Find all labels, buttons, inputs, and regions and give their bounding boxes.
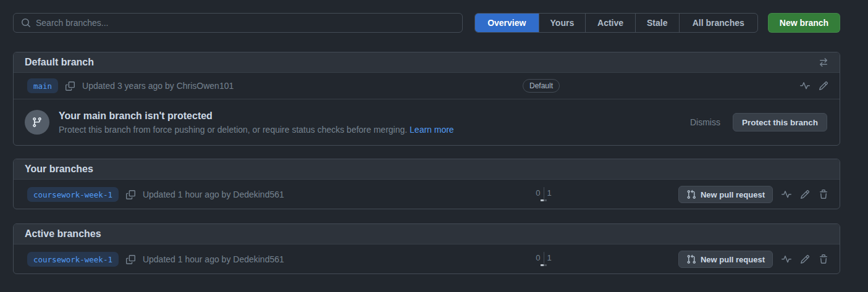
behind-count: 0	[533, 253, 544, 262]
new-pull-request-button[interactable]: New pull request	[678, 251, 773, 268]
notice-description-text: Protect this branch from force pushing o…	[59, 125, 407, 135]
git-pull-request-icon	[686, 190, 696, 199]
copy-icon	[65, 81, 75, 91]
search-box[interactable]	[13, 13, 463, 33]
rename-branch-button[interactable]	[800, 190, 810, 199]
trash-icon	[819, 190, 828, 199]
search-icon	[21, 18, 31, 28]
branch-row: coursework-week-1 Updated 1 hour ago by …	[14, 180, 840, 209]
git-branch-icon	[32, 117, 43, 128]
delete-branch-button[interactable]	[819, 190, 828, 199]
ahead-count: 1	[544, 253, 555, 262]
trash-icon	[819, 254, 828, 264]
default-branch-row: main Updated 3 years ago by ChrisOwen101…	[14, 73, 840, 99]
search-input[interactable]	[36, 18, 455, 28]
rename-branch-button[interactable]	[800, 254, 810, 264]
tab-yours[interactable]: Yours	[539, 14, 586, 32]
new-pull-request-label: New pull request	[701, 255, 765, 264]
branch-link-coursework-week-1[interactable]: coursework-week-1	[27, 187, 119, 202]
tab-active[interactable]: Active	[585, 14, 635, 32]
pulse-icon	[800, 81, 810, 91]
copy-branch-name-button[interactable]	[126, 255, 135, 264]
pencil-icon	[800, 190, 810, 199]
copy-branch-name-button[interactable]	[126, 190, 135, 199]
pencil-icon	[819, 81, 828, 91]
branch-meta: Updated 3 years ago by ChrisOwen101	[82, 81, 234, 91]
default-branch-header: Default branch	[14, 52, 840, 73]
ahead-count: 1	[544, 188, 555, 198]
notice-title: Your main branch isn't protected	[59, 111, 454, 122]
branch-link-main[interactable]: main	[27, 78, 58, 93]
new-pull-request-button[interactable]: New pull request	[678, 186, 773, 203]
branch-meta: Updated 1 hour ago by Dedekind561	[143, 254, 284, 264]
rename-branch-button[interactable]	[819, 81, 828, 91]
branch-activity-button[interactable]	[800, 81, 810, 91]
pulse-icon	[782, 190, 791, 199]
ahead-bar	[544, 264, 547, 266]
copy-icon	[126, 255, 135, 264]
ahead-behind-counter: 0 1	[530, 252, 557, 266]
branch-activity-button[interactable]	[782, 254, 791, 264]
default-branch-card: Default branch main Updated 3 years ago …	[13, 52, 840, 146]
branch-protection-avatar	[25, 110, 49, 135]
delete-branch-button[interactable]	[819, 254, 828, 264]
active-branches-card: Active branches coursework-week-1 Update…	[13, 223, 840, 274]
copy-icon	[126, 190, 135, 199]
git-pull-request-icon	[686, 254, 696, 264]
change-default-branch-button[interactable]	[819, 57, 828, 67]
branch-row: coursework-week-1 Updated 1 hour ago by …	[14, 244, 840, 274]
new-pull-request-label: New pull request	[701, 190, 765, 199]
your-branches-card: Your branches coursework-week-1 Updated …	[13, 159, 840, 209]
dismiss-button[interactable]: Dismiss	[690, 117, 720, 127]
section-title: Your branches	[25, 164, 93, 175]
section-title: Active branches	[25, 228, 101, 240]
tab-all-branches[interactable]: All branches	[679, 14, 757, 32]
branch-filter-tabs: Overview Yours Active Stale All branches	[474, 13, 758, 33]
active-branches-header: Active branches	[14, 224, 840, 244]
section-title: Default branch	[25, 57, 94, 68]
your-branches-header: Your branches	[14, 159, 840, 180]
learn-more-link[interactable]: Learn more	[410, 125, 454, 135]
pencil-icon	[800, 254, 810, 264]
protect-branch-button[interactable]: Protect this branch	[733, 113, 827, 131]
notice-description: Protect this branch from force pushing o…	[59, 125, 454, 135]
pulse-icon	[782, 254, 791, 264]
copy-branch-name-button[interactable]	[65, 81, 75, 91]
behind-count: 0	[533, 188, 544, 198]
branch-meta: Updated 1 hour ago by Dedekind561	[143, 190, 284, 199]
branch-protection-notice: Your main branch isn't protected Protect…	[14, 99, 840, 145]
branches-page: Overview Yours Active Stale All branches…	[0, 0, 868, 292]
branches-toolbar: Overview Yours Active Stale All branches…	[13, 13, 840, 33]
branch-activity-button[interactable]	[782, 190, 791, 199]
ahead-bar	[544, 199, 547, 201]
default-badge: Default	[523, 79, 560, 93]
ahead-behind-counter: 0 1	[530, 187, 557, 201]
tab-overview[interactable]: Overview	[475, 14, 539, 32]
new-branch-button[interactable]: New branch	[768, 13, 840, 33]
branch-link-coursework-week-1[interactable]: coursework-week-1	[27, 252, 119, 267]
tab-stale[interactable]: Stale	[635, 14, 679, 32]
arrow-switch-icon	[819, 57, 828, 67]
